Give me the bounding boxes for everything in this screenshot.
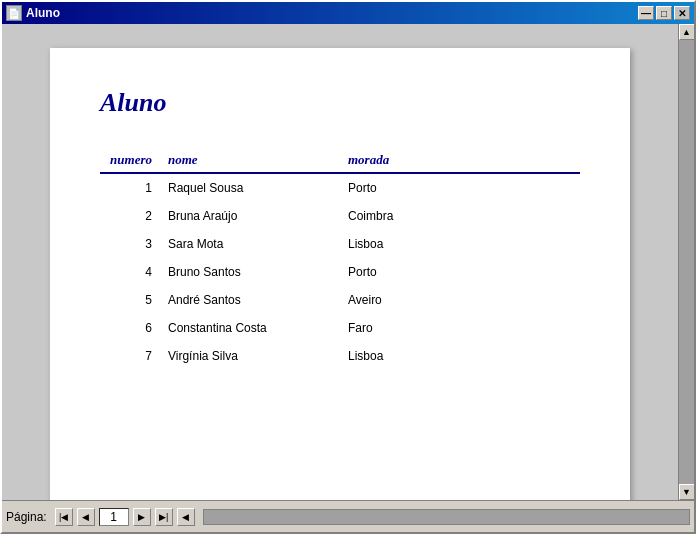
page-canvas: Aluno numero nome morada 1Raquel SousaPo… (50, 48, 630, 500)
cell-morada: Faro (340, 314, 580, 342)
cell-numero: 7 (100, 342, 160, 370)
cell-morada: Lisboa (340, 230, 580, 258)
nav-prev-button[interactable]: ◀ (77, 508, 95, 526)
table-row: 7Virgínia SilvaLisboa (100, 342, 580, 370)
minimize-button[interactable]: — (638, 6, 654, 20)
close-button[interactable]: ✕ (674, 6, 690, 20)
scroll-down-button[interactable]: ▼ (679, 484, 695, 500)
cell-nome: Sara Mota (160, 230, 340, 258)
content-area: Aluno numero nome morada 1Raquel SousaPo… (2, 24, 694, 500)
cell-nome: Constantina Costa (160, 314, 340, 342)
cell-morada: Porto (340, 173, 580, 202)
title-bar-left: 📄 Aluno (6, 5, 60, 21)
bottom-scrollbar (203, 509, 690, 525)
data-table: numero nome morada 1Raquel SousaPorto2Br… (100, 148, 580, 370)
scroll-track-right[interactable] (679, 40, 694, 484)
nav-next-button[interactable]: ▶ (133, 508, 151, 526)
cell-numero: 2 (100, 202, 160, 230)
bottom-scroll-track[interactable] (204, 510, 689, 524)
cell-nome: Bruna Araújo (160, 202, 340, 230)
scroll-up-button[interactable]: ▲ (679, 24, 695, 40)
bottom-bar: Página: |◀ ◀ ▶ ▶| ◀ (2, 500, 694, 532)
table-row: 6Constantina CostaFaro (100, 314, 580, 342)
page-label: Página: (6, 510, 47, 524)
title-bar: 📄 Aluno — □ ✕ (2, 2, 694, 24)
cell-numero: 5 (100, 286, 160, 314)
cell-nome: Virgínia Silva (160, 342, 340, 370)
cell-numero: 3 (100, 230, 160, 258)
table-row: 4Bruno SantosPorto (100, 258, 580, 286)
nav-last-button[interactable]: ▶| (155, 508, 173, 526)
cell-numero: 1 (100, 173, 160, 202)
cell-morada: Porto (340, 258, 580, 286)
cell-morada: Aveiro (340, 286, 580, 314)
cell-morada: Coimbra (340, 202, 580, 230)
nav-extra-button[interactable]: ◀ (177, 508, 195, 526)
page-number-input[interactable] (99, 508, 129, 526)
cell-nome: Raquel Sousa (160, 173, 340, 202)
cell-nome: André Santos (160, 286, 340, 314)
header-numero: numero (100, 148, 160, 173)
title-buttons: — □ ✕ (638, 6, 690, 20)
table-header-row: numero nome morada (100, 148, 580, 173)
page-title: Aluno (100, 88, 580, 118)
table-row: 2Bruna AraújoCoimbra (100, 202, 580, 230)
table-row: 1Raquel SousaPorto (100, 173, 580, 202)
header-nome: nome (160, 148, 340, 173)
cell-numero: 6 (100, 314, 160, 342)
header-morada: morada (340, 148, 580, 173)
main-content: Aluno numero nome morada 1Raquel SousaPo… (2, 24, 678, 500)
nav-first-button[interactable]: |◀ (55, 508, 73, 526)
window-title: Aluno (26, 6, 60, 20)
cell-nome: Bruno Santos (160, 258, 340, 286)
right-scrollbar: ▲ ▼ (678, 24, 694, 500)
cell-numero: 4 (100, 258, 160, 286)
maximize-button[interactable]: □ (656, 6, 672, 20)
cell-morada: Lisboa (340, 342, 580, 370)
window-icon: 📄 (6, 5, 22, 21)
main-window: 📄 Aluno — □ ✕ Aluno numero nome morada (0, 0, 696, 534)
table-row: 3Sara MotaLisboa (100, 230, 580, 258)
table-row: 5André SantosAveiro (100, 286, 580, 314)
